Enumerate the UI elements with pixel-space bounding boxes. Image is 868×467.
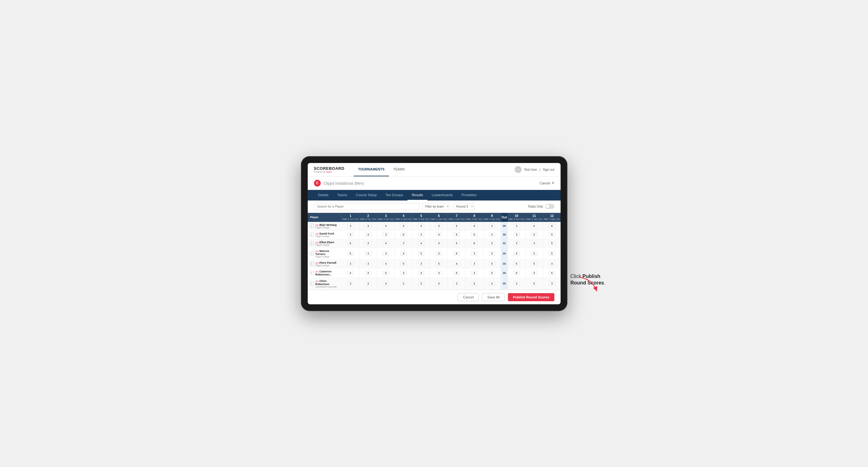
score-hole-1[interactable] (342, 268, 360, 278)
score-input-hole-1[interactable] (347, 241, 353, 245)
score-hole-7[interactable] (448, 248, 465, 259)
score-hole-10[interactable] (507, 278, 525, 289)
totals-toggle-switch[interactable] (545, 204, 554, 209)
score-input-hole-8[interactable] (471, 241, 477, 245)
score-input-hole-8[interactable] (471, 251, 477, 256)
score-hole-3[interactable] (377, 222, 395, 230)
score-hole-7[interactable] (448, 230, 465, 239)
score-input-hole-10[interactable] (514, 232, 520, 237)
score-hole-2[interactable] (360, 230, 377, 239)
tab-leaderboards[interactable]: Leaderboards (427, 190, 457, 200)
score-input-hole-12[interactable] (549, 224, 555, 228)
score-input-hole-11[interactable] (531, 271, 537, 275)
score-hole-11[interactable] (525, 259, 543, 268)
score-hole-10[interactable] (507, 259, 525, 268)
score-input-hole-5[interactable] (418, 251, 424, 256)
score-input-hole-3[interactable] (383, 251, 389, 256)
score-hole-8[interactable] (465, 222, 483, 230)
score-input-hole-9[interactable] (489, 251, 495, 256)
score-input-hole-12[interactable] (549, 251, 555, 256)
nav-teams[interactable]: TEAMS (389, 163, 409, 177)
tab-results[interactable]: Results (407, 190, 428, 200)
score-input-hole-9[interactable] (489, 261, 495, 266)
score-input-hole-1[interactable] (347, 281, 353, 286)
score-input-hole-1[interactable] (347, 261, 353, 266)
score-hole-4[interactable] (395, 268, 412, 278)
score-input-hole-5[interactable] (418, 281, 424, 286)
score-input-hole-8[interactable] (471, 224, 477, 228)
score-input-hole-5[interactable] (418, 224, 424, 228)
score-hole-12[interactable] (543, 222, 560, 230)
score-input-hole-4[interactable] (400, 261, 407, 266)
score-hole-12[interactable] (543, 230, 560, 239)
score-hole-11[interactable] (525, 222, 543, 230)
score-input-hole-4[interactable] (400, 251, 407, 256)
score-input-hole-9[interactable] (489, 271, 495, 275)
score-hole-10[interactable] (507, 230, 525, 239)
score-hole-10[interactable] (507, 268, 525, 278)
score-hole-8[interactable] (465, 259, 483, 268)
score-input-hole-1[interactable] (347, 251, 353, 256)
score-input-hole-3[interactable] (383, 241, 389, 245)
score-input-hole-3[interactable] (383, 281, 389, 286)
score-input-hole-4[interactable] (400, 281, 407, 286)
score-hole-5[interactable] (412, 268, 430, 278)
score-input-hole-2[interactable] (365, 251, 371, 256)
score-input-hole-7[interactable] (453, 261, 460, 266)
score-input-hole-11[interactable] (531, 251, 537, 256)
score-hole-5[interactable] (412, 239, 430, 248)
score-hole-6[interactable] (430, 239, 448, 248)
score-input-hole-9[interactable] (489, 224, 495, 228)
score-input-hole-6[interactable] (436, 251, 442, 256)
filter-team-select[interactable]: Filter by team (423, 203, 451, 210)
score-hole-12[interactable] (543, 268, 560, 278)
tab-course-setup[interactable]: Course Setup (352, 190, 381, 200)
score-hole-4[interactable] (395, 239, 412, 248)
score-hole-1[interactable] (342, 239, 360, 248)
score-hole-11[interactable] (525, 268, 543, 278)
score-hole-3[interactable] (377, 268, 395, 278)
score-hole-9[interactable] (483, 230, 501, 239)
score-hole-7[interactable] (448, 222, 465, 230)
score-input-hole-5[interactable] (418, 261, 424, 266)
score-hole-9[interactable] (483, 248, 501, 259)
score-input-hole-7[interactable] (453, 271, 460, 275)
score-hole-9[interactable] (483, 222, 501, 230)
score-hole-5[interactable] (412, 230, 430, 239)
score-input-hole-10[interactable] (514, 224, 520, 228)
nav-tournaments[interactable]: TOURNAMENTS (353, 163, 389, 177)
score-input-hole-3[interactable] (383, 232, 389, 237)
score-hole-2[interactable] (360, 222, 377, 230)
score-input-hole-11[interactable] (531, 241, 537, 245)
score-hole-1[interactable] (342, 278, 360, 289)
score-input-hole-11[interactable] (531, 281, 537, 286)
score-input-hole-12[interactable] (549, 232, 555, 237)
score-hole-8[interactable] (465, 278, 483, 289)
score-input-hole-1[interactable] (347, 271, 353, 275)
score-hole-2[interactable] (360, 248, 377, 259)
score-hole-2[interactable] (360, 259, 377, 268)
score-hole-3[interactable] (377, 248, 395, 259)
score-hole-9[interactable] (483, 268, 501, 278)
score-hole-6[interactable] (430, 259, 448, 268)
score-input-hole-7[interactable] (453, 251, 460, 256)
sign-out-link[interactable]: Sign out (543, 168, 554, 172)
score-input-hole-6[interactable] (436, 232, 442, 237)
score-hole-3[interactable] (377, 239, 395, 248)
score-input-hole-11[interactable] (531, 224, 537, 228)
score-input-hole-6[interactable] (436, 271, 442, 275)
score-hole-11[interactable] (525, 230, 543, 239)
tab-printables[interactable]: Printables (457, 190, 481, 200)
score-input-hole-4[interactable] (400, 241, 407, 245)
score-input-hole-12[interactable] (549, 241, 555, 245)
score-hole-11[interactable] (525, 278, 543, 289)
score-input-hole-9[interactable] (489, 232, 495, 237)
score-hole-8[interactable] (465, 239, 483, 248)
score-hole-9[interactable] (483, 278, 501, 289)
save-all-button[interactable]: Save All (482, 293, 505, 301)
cancel-header-button[interactable]: Cancel ✕ (539, 181, 554, 185)
score-hole-10[interactable] (507, 222, 525, 230)
score-input-hole-12[interactable] (549, 261, 555, 266)
score-input-hole-12[interactable] (549, 271, 555, 275)
round-select[interactable]: Round 3 (454, 203, 475, 210)
